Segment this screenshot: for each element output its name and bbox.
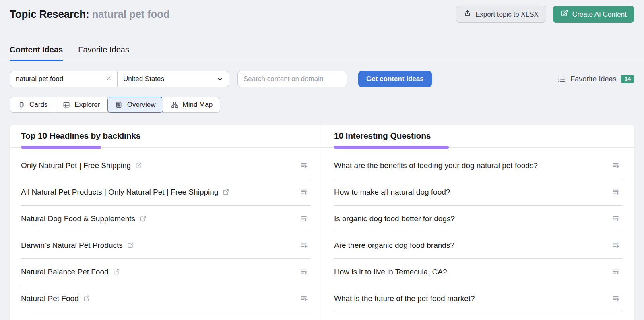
questions-panel: 10 Interesting Questions What are the be… [322, 125, 634, 320]
questions-panel-title: 10 Interesting Questions [334, 131, 431, 141]
add-to-favorites-button[interactable] [299, 186, 310, 198]
headlines-panel-header: Top 10 Headlines by backlinks [10, 125, 322, 148]
add-to-list-icon [612, 161, 621, 170]
external-link-icon[interactable] [113, 268, 120, 276]
add-to-list-icon [612, 241, 621, 249]
create-ai-content-button[interactable]: Create AI Content [553, 6, 634, 23]
list-item: Only Natural Pet | Free Shipping [21, 152, 310, 179]
add-to-list-icon [300, 188, 309, 196]
page-title: Topic Research: natural pet food [10, 8, 170, 21]
upload-icon [464, 10, 471, 19]
get-content-ideas-button[interactable]: Get content ideas [358, 71, 432, 87]
tab-bar: Content Ideas Favorite Ideas [0, 45, 644, 61]
view-cards-label: Cards [29, 101, 47, 109]
add-to-list-icon [300, 214, 309, 223]
filter-row: United States Get content ideas Favorite… [10, 71, 634, 87]
add-to-favorites-button[interactable] [299, 293, 310, 304]
add-to-favorites-button[interactable] [611, 293, 622, 304]
mindmap-icon [171, 101, 179, 109]
add-to-list-icon [612, 294, 621, 303]
headline-link[interactable]: Natural Pet Food [21, 294, 79, 303]
list-item: Natural Dog Food & Supplements [21, 206, 310, 232]
headlines-list: Only Natural Pet | Free Shipping All Nat… [10, 148, 322, 312]
add-to-favorites-button[interactable] [299, 239, 310, 251]
accent-bar [21, 146, 101, 149]
add-to-favorites-button[interactable] [299, 160, 310, 171]
topic-input[interactable] [15, 75, 105, 83]
add-to-favorites-button[interactable] [299, 266, 310, 278]
page-title-prefix: Topic Research: [10, 8, 89, 20]
view-cards[interactable]: Cards [10, 97, 55, 112]
country-select[interactable]: United States [118, 71, 229, 87]
edit-icon [560, 9, 568, 19]
list-item: Natural Balance Pet Food [21, 259, 310, 285]
cards-icon [17, 101, 25, 109]
headlines-panel-title: Top 10 Headlines by backlinks [21, 131, 140, 141]
tab-content-ideas[interactable]: Content Ideas [10, 45, 63, 61]
add-to-list-icon [300, 294, 309, 303]
headline-link[interactable]: Only Natural Pet | Free Shipping [21, 161, 131, 170]
headlines-panel: Top 10 Headlines by backlinks Only Natur… [10, 125, 322, 320]
accent-bar [334, 146, 449, 149]
list-item: Is organic dog food better for dogs? [334, 206, 622, 232]
view-overview[interactable]: Overview [107, 97, 163, 113]
overview-icon [115, 101, 123, 109]
question-text: Are there organic dog food brands? [334, 241, 454, 250]
add-to-list-icon [300, 268, 309, 276]
question-text: How to make all natural dog food? [334, 188, 450, 197]
question-text: How is it to live in Temecula, CA? [334, 268, 447, 276]
list-item: Are there organic dog food brands? [334, 232, 622, 259]
add-to-favorites-button[interactable] [611, 186, 622, 198]
question-text: What is the future of the pet food marke… [334, 294, 475, 303]
list-item: How to make all natural dog food? [334, 179, 622, 206]
close-icon [105, 75, 112, 83]
questions-list: What are the benefits of feeding your do… [322, 148, 634, 312]
view-explorer[interactable]: Explorer [55, 97, 107, 112]
add-to-list-icon [612, 268, 621, 276]
list-icon [557, 75, 566, 83]
add-to-favorites-button[interactable] [611, 213, 622, 224]
headline-link[interactable]: Natural Dog Food & Supplements [21, 214, 135, 223]
external-link-icon[interactable] [127, 241, 134, 249]
add-to-favorites-button[interactable] [611, 266, 622, 278]
external-link-icon[interactable] [83, 295, 91, 302]
create-ai-content-label: Create AI Content [572, 10, 627, 19]
page-title-topic: natural pet food [92, 8, 169, 20]
question-text: What are the benefits of feeding your do… [334, 161, 538, 170]
add-to-list-icon [300, 161, 309, 170]
favorite-ideas-toggle[interactable]: Favorite Ideas 14 [557, 75, 634, 83]
add-to-favorites-button[interactable] [299, 213, 310, 224]
export-topic-label: Export topic to XLSX [475, 10, 539, 19]
add-to-list-icon [300, 241, 309, 249]
add-to-favorites-button[interactable] [611, 160, 622, 171]
add-to-favorites-button[interactable] [611, 239, 622, 251]
view-overview-label: Overview [127, 101, 156, 109]
domain-search-input[interactable] [237, 71, 347, 87]
external-link-icon[interactable] [139, 215, 147, 222]
list-item: All Natural Pet Products | Only Natural … [21, 179, 310, 206]
tab-favorite-ideas[interactable]: Favorite Ideas [78, 45, 129, 61]
view-switcher: Cards Explorer Overview Mind Map [10, 97, 220, 113]
list-item: Darwin's Natural Pet Products [21, 232, 310, 259]
list-item: What is the future of the pet food marke… [334, 285, 622, 312]
headline-link[interactable]: Darwin's Natural Pet Products [21, 241, 123, 250]
external-link-icon[interactable] [222, 188, 230, 196]
question-text: Is organic dog food better for dogs? [334, 214, 455, 223]
clear-topic-button[interactable] [105, 75, 112, 83]
external-link-icon[interactable] [135, 162, 142, 169]
add-to-list-icon [612, 188, 621, 196]
content-card: Top 10 Headlines by backlinks Only Natur… [10, 125, 634, 320]
list-item: How is it to live in Temecula, CA? [334, 259, 622, 285]
view-mindmap-label: Mind Map [183, 101, 213, 109]
country-select-value: United States [123, 75, 164, 83]
chevron-down-icon [217, 76, 223, 83]
headline-link[interactable]: All Natural Pet Products | Only Natural … [21, 188, 218, 197]
headline-link[interactable]: Natural Balance Pet Food [21, 268, 109, 276]
view-mindmap[interactable]: Mind Map [163, 97, 220, 112]
topic-field [10, 71, 118, 87]
favorites-count-badge: 14 [621, 75, 634, 83]
view-explorer-label: Explorer [74, 101, 100, 109]
export-topic-button[interactable]: Export topic to XLSX [456, 6, 546, 23]
list-item: Natural Pet Food [21, 285, 310, 312]
questions-panel-header: 10 Interesting Questions [322, 125, 634, 148]
